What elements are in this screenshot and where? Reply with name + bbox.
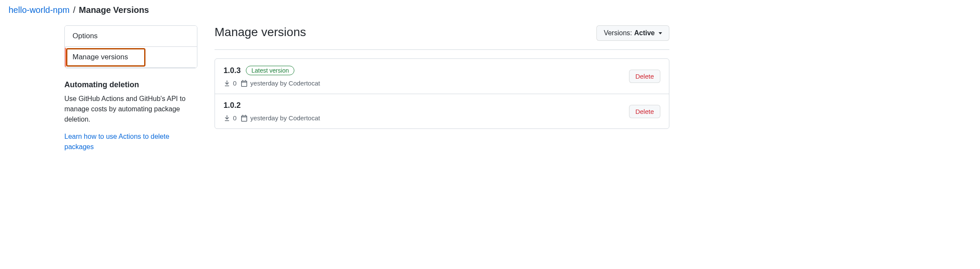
filter-value: Active <box>634 29 655 37</box>
download-count: 0 <box>233 79 236 87</box>
sidebar-nav: Options Manage versions <box>64 25 197 68</box>
sidebar-item-manage-versions[interactable]: Manage versions <box>65 47 197 68</box>
version-number: 1.0.3 <box>224 66 241 75</box>
main-content: Manage versions Versions: Active 1.0.3La… <box>215 25 669 152</box>
version-date: yesterday by Codertocat <box>250 114 320 122</box>
delete-button[interactable]: Delete <box>629 70 660 83</box>
sidebar-item-options[interactable]: Options <box>65 26 197 47</box>
breadcrumb-separator: / <box>73 5 76 15</box>
download-icon <box>224 80 230 87</box>
version-list: 1.0.3Latest version0yesterday by Coderto… <box>215 58 669 129</box>
filter-label: Versions: <box>604 29 632 37</box>
version-row: 1.0.3Latest version0yesterday by Coderto… <box>215 59 669 94</box>
sidebar: Options Manage versions Automating delet… <box>64 25 197 152</box>
breadcrumb: hello-world-npm / Manage Versions <box>9 5 971 15</box>
automation-text: Use GitHub Actions and GitHub's API to m… <box>64 94 197 125</box>
breadcrumb-package-link[interactable]: hello-world-npm <box>9 5 70 15</box>
versions-filter-dropdown[interactable]: Versions: Active <box>596 25 669 41</box>
automation-learn-link[interactable]: Learn how to use Actions to delete packa… <box>64 131 197 152</box>
automation-heading: Automating deletion <box>64 80 197 89</box>
delete-button[interactable]: Delete <box>629 105 660 118</box>
calendar-icon <box>241 80 248 87</box>
calendar-icon <box>241 115 248 122</box>
chevron-down-icon <box>659 32 662 34</box>
download-count: 0 <box>233 114 236 122</box>
breadcrumb-current: Manage Versions <box>79 5 149 15</box>
latest-version-badge: Latest version <box>246 66 294 75</box>
version-date: yesterday by Codertocat <box>250 79 320 87</box>
page-title: Manage versions <box>215 25 306 39</box>
version-number: 1.0.2 <box>224 101 241 110</box>
download-icon <box>224 115 230 122</box>
version-row: 1.0.20yesterday by CodertocatDelete <box>215 94 669 128</box>
